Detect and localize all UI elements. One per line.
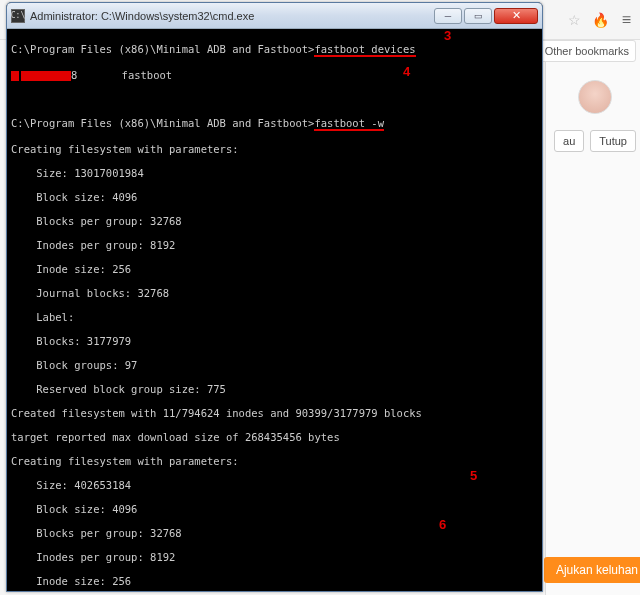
annotation-4: 4 <box>403 66 410 78</box>
au-button[interactable]: au <box>554 130 584 152</box>
cmd-title-icon: C:\ <box>11 9 25 23</box>
maximize-button[interactable]: ▭ <box>464 8 492 24</box>
ajukan-keluhan-button[interactable]: Ajukan keluhan <box>544 557 640 583</box>
titlebar[interactable]: C:\ Administrator: C:\Windows\system32\c… <box>7 3 542 29</box>
window-title: Administrator: C:\Windows\system32\cmd.e… <box>30 10 434 22</box>
hamburger-menu-icon[interactable]: ≡ <box>616 10 636 30</box>
cmd-window: C:\ Administrator: C:\Windows\system32\c… <box>6 2 543 592</box>
minimize-button[interactable]: ─ <box>434 8 462 24</box>
annotation-6: 6 <box>439 519 446 531</box>
console-output[interactable]: C:\Program Files (x86)\Minimal ADB and F… <box>7 29 542 591</box>
annotation-5: 5 <box>470 470 477 482</box>
star-icon[interactable]: ☆ <box>564 10 584 30</box>
avatar[interactable] <box>578 80 612 114</box>
tutup-button[interactable]: Tutup <box>590 130 636 152</box>
annotation-3: 3 <box>444 30 451 42</box>
flame-icon[interactable]: 🔥 <box>590 10 610 30</box>
close-button[interactable]: ✕ <box>494 8 538 24</box>
other-bookmarks-label: Other bookmarks <box>545 45 629 57</box>
